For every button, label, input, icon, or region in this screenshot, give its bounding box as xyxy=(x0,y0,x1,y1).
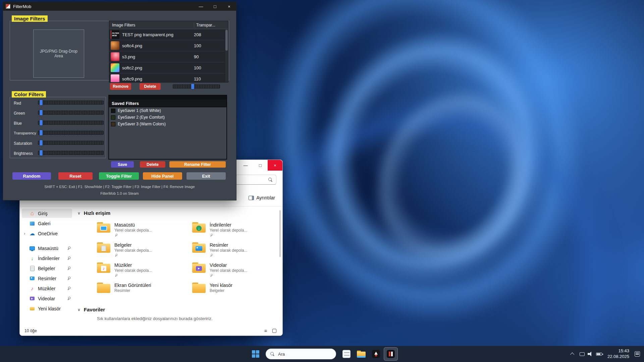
brightness-slider[interactable] xyxy=(38,151,104,155)
network-icon xyxy=(580,352,585,356)
slider-thumb[interactable] xyxy=(40,110,43,115)
chevron-down-icon[interactable]: ∨ xyxy=(77,307,80,312)
sidebar-item-home[interactable]: ⌂ Giriş xyxy=(22,209,72,218)
remove-button[interactable]: Remove xyxy=(110,83,131,90)
sidebar-item-desktop[interactable]: Masaüstü xyxy=(22,244,72,253)
slider-thumb[interactable] xyxy=(40,120,43,125)
tile-subtitle: Yerel olarak depola... xyxy=(210,228,247,233)
tile-subtitle: Yerel olarak depola... xyxy=(210,248,247,253)
folder-tile-new-folder[interactable]: Yeni klasör Belgeler xyxy=(192,282,283,302)
taskbar-app-arrow[interactable] xyxy=(369,347,383,361)
image-transparency-slider[interactable] xyxy=(173,84,220,88)
saved-filter-item[interactable]: EyeSaver 3 (Warm Colors) xyxy=(109,121,226,127)
list-scrollbar[interactable] xyxy=(225,29,228,82)
start-button[interactable] xyxy=(249,347,262,361)
folder-tile-videos[interactable]: ▶ Videolar Yerel olarak depola... xyxy=(192,262,283,282)
saved-filter-item[interactable]: EyeSaver 1 (Soft White) xyxy=(109,107,226,114)
saturation-slider[interactable] xyxy=(38,141,104,145)
pin-icon xyxy=(209,233,213,237)
sidebar-item-videos[interactable]: ▶ Videolar xyxy=(22,294,72,303)
thumbnail xyxy=(111,52,119,61)
reset-button[interactable]: Reset xyxy=(58,172,93,180)
pin-icon xyxy=(66,276,71,281)
thumbnail-view-icon[interactable] xyxy=(272,329,276,333)
close-button[interactable]: × xyxy=(222,2,236,11)
search-label: Ara xyxy=(278,352,285,357)
save-filter-button[interactable]: Save xyxy=(111,161,134,168)
sidebar-item-new-folder[interactable]: Yeni klasör xyxy=(22,304,72,313)
sidebar-item-pictures[interactable]: Resimler xyxy=(22,274,72,283)
folder-tile-desktop[interactable]: Masaüstü Yerel olarak depola... xyxy=(97,222,192,242)
green-slider[interactable] xyxy=(38,111,104,115)
image-filters-list[interactable]: Image Filters Transpar... FILTERMOB TEST… xyxy=(109,21,228,82)
pin-icon xyxy=(66,296,71,301)
transparency-slider[interactable] xyxy=(38,131,104,135)
taskbar-search[interactable]: Ara xyxy=(266,349,336,359)
sidebar-item-label: Masaüstü xyxy=(38,246,58,251)
delete-filter-button[interactable]: Delete xyxy=(140,161,165,168)
slider-thumb[interactable] xyxy=(191,84,194,89)
list-view-icon[interactable]: ≡ xyxy=(264,328,267,334)
folder-tile-screenshots[interactable]: Ekran Görüntüleri Resimler xyxy=(97,282,192,302)
maximize-button[interactable]: □ xyxy=(253,160,268,171)
blue-slider[interactable] xyxy=(38,121,104,125)
dragdrop-area[interactable]: JPG/PNG Drag-Drop Area xyxy=(33,29,84,78)
random-button[interactable]: Random xyxy=(12,172,51,180)
maximize-button[interactable]: □ xyxy=(208,2,222,11)
delete-image-button[interactable]: Delete xyxy=(140,83,161,90)
slider-thumb[interactable] xyxy=(40,140,43,145)
list-item[interactable]: softc4.png 100 xyxy=(109,40,228,51)
system-tray: 15:43 22.08.2025 xyxy=(571,346,644,362)
pin-icon xyxy=(114,273,118,277)
filtermob-titlebar[interactable]: FilterMob — □ × xyxy=(3,2,236,11)
explorer-sidebar: ⌂ Giriş Galeri › ☁ OneDrive Masaüstü ↓ İ… xyxy=(22,209,72,314)
minimize-button[interactable]: — xyxy=(238,160,253,171)
hide-panel-button[interactable]: Hide Panel xyxy=(143,172,182,180)
minimize-button[interactable]: — xyxy=(194,2,208,11)
list-item[interactable]: s3.png 90 xyxy=(109,51,228,62)
slider-label-red: Red xyxy=(14,101,21,106)
file-explorer-icon xyxy=(357,351,366,358)
folder-icon xyxy=(29,306,35,312)
content-scrollbar[interactable] xyxy=(279,210,281,257)
folder-tile-downloads[interactable]: ↓ İndirilenler Yerel olarak depola... xyxy=(192,222,283,242)
folder-tile-pictures[interactable]: Resimler Yerel olarak depola... xyxy=(192,242,283,262)
saved-filter-item[interactable]: EyeSaver 2 (Eye Comfort) xyxy=(109,114,226,121)
taskbar-app-filtermob[interactable] xyxy=(384,347,398,361)
slider-thumb[interactable] xyxy=(40,150,43,156)
chevron-down-icon[interactable]: ∨ xyxy=(77,211,80,216)
notification-center-icon[interactable] xyxy=(635,351,640,357)
rename-filter-button[interactable]: Rename Filter xyxy=(169,161,226,168)
taskbar-app-explorer[interactable] xyxy=(354,347,368,361)
folder-icon xyxy=(97,283,110,293)
close-button[interactable]: × xyxy=(268,160,282,171)
sidebar-item-onedrive[interactable]: › ☁ OneDrive xyxy=(22,229,72,238)
hotkeys-help-text: SHIFT + ESC: Exit | F1: Show/Hide | F2: … xyxy=(3,185,236,189)
sidebar-item-music[interactable]: ♪ Müzikler xyxy=(22,284,72,293)
list-item[interactable]: FILTERMOB TEST png transparent.png 208 xyxy=(109,29,228,40)
saved-filter-label: EyeSaver 1 (Soft White) xyxy=(118,108,161,113)
slider-thumb[interactable] xyxy=(40,100,43,105)
sidebar-item-label: Belgeler xyxy=(38,266,55,271)
folder-tile-documents[interactable]: Belgeler Yerel olarak depola... xyxy=(97,242,192,262)
toggle-filter-button[interactable]: Toggle Filter xyxy=(99,172,139,180)
quick-access-header[interactable]: ∨ Hızlı erişim xyxy=(77,210,110,216)
exit-button[interactable]: Exit xyxy=(186,172,226,180)
sidebar-item-downloads[interactable]: ↓ İndirilenler xyxy=(22,254,72,263)
list-item[interactable]: softc9.png 110 xyxy=(109,73,228,82)
desktop-icon xyxy=(29,245,35,251)
red-slider[interactable] xyxy=(38,101,104,105)
tray-overflow-chevron-icon[interactable] xyxy=(570,352,575,357)
details-pane-button[interactable]: Ayrıntılar xyxy=(249,193,275,202)
slider-thumb[interactable] xyxy=(40,130,43,135)
sidebar-item-gallery[interactable]: Galeri xyxy=(22,219,72,228)
favorites-header[interactable]: ∨ Favoriler xyxy=(77,307,105,312)
tray-icon-cluster[interactable] xyxy=(580,352,602,356)
taskbar-clock[interactable]: 15:43 22.08.2025 xyxy=(607,348,629,360)
sidebar-item-documents[interactable]: Belgeler xyxy=(22,264,72,273)
clock-date: 22.08.2025 xyxy=(607,354,629,360)
taskbar-app-notepad[interactable] xyxy=(339,347,354,361)
chevron-right-icon[interactable]: › xyxy=(24,231,25,236)
list-item[interactable]: softc2.png 100 xyxy=(109,62,228,73)
folder-tile-music[interactable]: ♪ Müzikler Yerel olarak depola... xyxy=(97,262,192,282)
